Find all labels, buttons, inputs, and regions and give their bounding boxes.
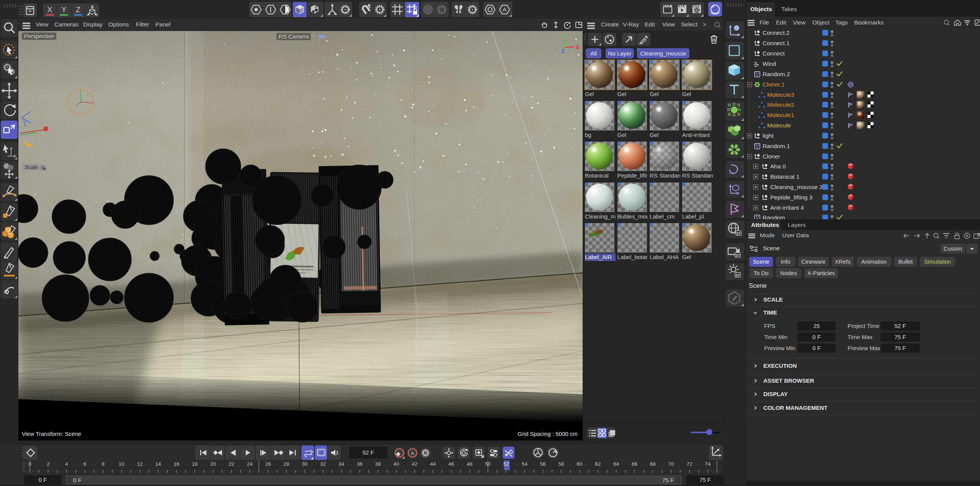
svg-text:20: 20: [210, 461, 216, 467]
svg-text:54: 54: [522, 461, 528, 467]
svg-text:32: 32: [320, 461, 326, 467]
svg-text:42: 42: [412, 461, 418, 467]
svg-text:62: 62: [595, 461, 601, 467]
svg-text:24: 24: [247, 461, 253, 467]
svg-text:4: 4: [65, 461, 68, 467]
svg-text:70: 70: [668, 461, 674, 467]
svg-text:8: 8: [102, 461, 105, 467]
svg-text:36: 36: [357, 461, 363, 467]
svg-text:2: 2: [47, 461, 50, 467]
svg-text:34: 34: [338, 461, 345, 467]
svg-text:18: 18: [192, 461, 198, 467]
svg-text:X: X: [576, 44, 580, 51]
svg-text:68: 68: [650, 461, 656, 467]
svg-text:14: 14: [155, 461, 161, 467]
svg-text:52: 52: [503, 461, 509, 467]
svg-text:46: 46: [448, 461, 454, 467]
svg-text:26: 26: [265, 461, 271, 467]
svg-text:10: 10: [119, 461, 124, 467]
svg-text:28: 28: [283, 461, 289, 467]
svg-text:Y: Y: [562, 33, 565, 39]
svg-text:38: 38: [375, 461, 381, 467]
svg-text:12: 12: [137, 461, 143, 467]
svg-text:30: 30: [302, 461, 307, 467]
svg-text:56: 56: [540, 461, 546, 467]
svg-text:60: 60: [577, 461, 582, 467]
svg-text:44: 44: [430, 461, 436, 467]
svg-text:40: 40: [394, 461, 399, 467]
svg-text:16: 16: [173, 461, 179, 467]
svg-text:74: 74: [705, 461, 711, 467]
svg-text:22: 22: [229, 461, 234, 467]
svg-text:A: A: [411, 450, 414, 456]
svg-text:ST: ST: [735, 273, 740, 277]
svg-text:Z: Z: [561, 47, 565, 54]
svg-text:A: A: [503, 6, 506, 13]
svg-text:ST: ST: [736, 232, 741, 235]
svg-text:66: 66: [632, 461, 637, 467]
svg-text:72: 72: [686, 461, 692, 467]
svg-text:ST: ST: [735, 253, 740, 257]
svg-text:6: 6: [83, 461, 87, 467]
svg-text:48: 48: [467, 461, 472, 467]
svg-text:64: 64: [613, 461, 619, 467]
svg-text:58: 58: [558, 461, 564, 467]
